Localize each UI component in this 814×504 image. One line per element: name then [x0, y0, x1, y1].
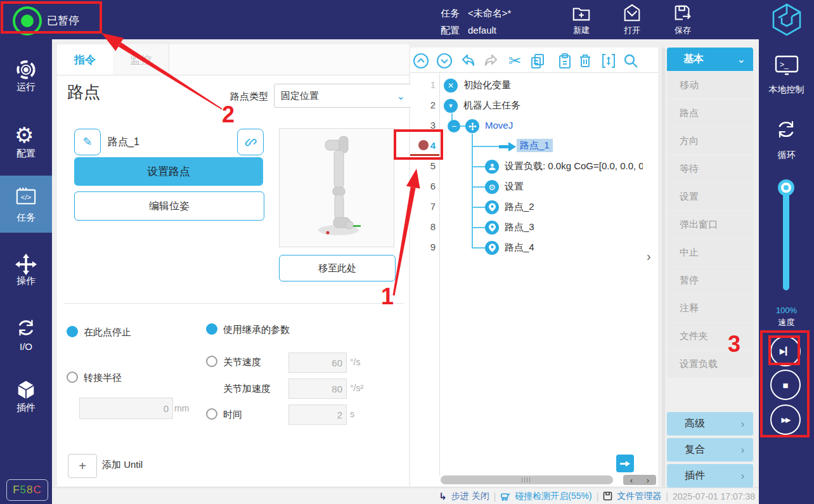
open-task-button[interactable]: 打开	[618, 3, 646, 36]
tree-node-waypoint-2[interactable]: 路点_2	[505, 201, 534, 213]
tree-node-waypoint-1[interactable]: 路点_1	[517, 139, 553, 152]
time-radio[interactable]	[206, 408, 217, 420]
new-task-button[interactable]: 新建	[567, 3, 595, 36]
joint-speed-radio[interactable]	[206, 356, 217, 367]
fast-forward-button[interactable]: ▶▶	[770, 404, 801, 435]
chevron-right-icon: ›	[741, 470, 744, 482]
delete-button[interactable]	[576, 51, 595, 70]
run-icon[interactable]	[15, 59, 37, 81]
sidebar-item-io[interactable]: I/O	[0, 341, 52, 352]
palette-item-abort[interactable]: 中止	[667, 239, 753, 266]
scroll-right-icon[interactable]: ›	[647, 475, 649, 485]
rename-waypoint-button[interactable]: ✎	[74, 129, 101, 155]
move-here-button[interactable]: 移至此处	[279, 255, 396, 281]
speed-slider-track[interactable]	[783, 185, 789, 290]
file-manager-link[interactable]: 文件管理器	[617, 491, 661, 502]
stop-here-radio[interactable]	[67, 326, 78, 337]
palette-item-popup[interactable]: 弹出窗口	[667, 211, 753, 238]
set-waypoint-button[interactable]: 设置路点	[74, 157, 263, 186]
breakpoint-dot[interactable]	[418, 140, 429, 150]
palette-item-comment[interactable]: 注释	[667, 295, 753, 322]
joint-accel-unit: °/s²	[350, 383, 363, 393]
tab-instruction[interactable]: 指令	[57, 44, 113, 75]
speed-percent: 100%	[759, 306, 814, 315]
scrollbar-arrows[interactable]: ‹ ›	[623, 475, 656, 485]
tree-node-init-variables[interactable]: 初始化变量	[463, 79, 511, 91]
plus-icon: +	[79, 459, 86, 474]
redo-button[interactable]	[482, 51, 501, 70]
sidebar-item-run[interactable]: 运行	[0, 81, 52, 93]
inherited-params-radio[interactable]	[206, 323, 217, 335]
save-task-button[interactable]: 保存	[669, 3, 697, 36]
scroll-left-icon[interactable]: ‹	[630, 475, 633, 485]
sidebar-item-task[interactable]: 任务	[0, 212, 52, 224]
palette-category-select[interactable]: 基本 ⌄	[667, 48, 753, 71]
undo-button[interactable]	[458, 51, 477, 70]
collapse-node-icon[interactable]: −	[448, 120, 460, 132]
link-waypoint-button[interactable]	[237, 129, 264, 155]
tree-node-set[interactable]: 设置	[505, 181, 524, 193]
blend-radius-radio[interactable]	[67, 372, 78, 383]
cut-button[interactable]: ✂	[505, 51, 524, 70]
joint-accel-input[interactable]: 80	[288, 378, 347, 399]
edit-pose-button[interactable]: 编辑位姿	[74, 191, 264, 221]
panel-expand-chevron[interactable]: ›	[647, 249, 651, 264]
stop-button[interactable]: ■	[770, 370, 801, 400]
move-up-button[interactable]	[411, 51, 430, 70]
sidebar-item-plugin[interactable]: 插件	[0, 402, 52, 414]
robot-arm-image	[280, 129, 394, 247]
sidebar-item-operate[interactable]: 操作	[0, 275, 52, 287]
tree-node-main-task[interactable]: 机器人主任务	[463, 100, 520, 112]
init-variables-icon: ✕	[444, 79, 458, 93]
tree-node-set-payload[interactable]: 设置负载: 0.0kg CoG=[0.0, 0.0, 0	[505, 160, 643, 172]
palette-item-move[interactable]: 移动	[667, 72, 753, 99]
copy-button[interactable]	[528, 51, 547, 70]
io-swap-icon[interactable]	[15, 317, 37, 339]
tree-node-waypoint-4[interactable]: 路点_4	[505, 242, 534, 254]
config-gear-icon[interactable]: ⚙	[15, 124, 34, 146]
tree-connector	[473, 146, 499, 147]
horizontal-scrollbar[interactable]	[441, 475, 613, 484]
palette-item-direction[interactable]: 方向	[667, 127, 753, 155]
palette-group-plugin[interactable]: 插件›	[667, 464, 753, 488]
loop-icon[interactable]	[775, 118, 798, 141]
palette-item-wait[interactable]: 等待	[667, 155, 753, 183]
palette-item-set[interactable]: 设置	[667, 183, 753, 210]
palette-item-set-payload[interactable]: 设置负载	[667, 351, 753, 378]
search-button[interactable]	[621, 51, 640, 70]
tree-node-movej[interactable]: MoveJ	[485, 120, 513, 131]
main-task-icon: ▼	[444, 99, 458, 113]
tab-monitor[interactable]: 监控	[113, 44, 169, 75]
palette-group-composite[interactable]: 复合›	[667, 438, 753, 462]
waypoint-type-select[interactable]: 固定位置 ⌄	[274, 84, 412, 108]
plugin-cube-icon[interactable]	[15, 379, 37, 401]
sidebar-item-config[interactable]: 配置	[0, 148, 52, 160]
run-state-label: 已暂停	[47, 13, 79, 28]
time-input[interactable]: 2	[288, 404, 347, 425]
local-control-icon[interactable]: >_	[774, 55, 799, 77]
line-number: 9	[410, 242, 436, 252]
step-next-button[interactable]: ▶▎	[770, 336, 801, 366]
blend-radius-input[interactable]: 0	[79, 397, 173, 419]
add-until-button[interactable]: +	[68, 454, 97, 478]
tree-node-waypoint-3[interactable]: 路点_3	[505, 221, 534, 233]
palette-item-waypoint[interactable]: 路点	[667, 100, 753, 127]
joint-speed-input[interactable]: 60	[288, 352, 347, 373]
suppress-button[interactable]	[599, 51, 618, 70]
open-file-icon	[622, 3, 642, 23]
palette-scrollbar[interactable]	[662, 48, 665, 487]
jog-move-icon[interactable]	[15, 254, 37, 275]
palette-item-folder[interactable]: 文件夹	[667, 323, 753, 350]
palette-item-pause[interactable]: 暂停	[667, 267, 753, 294]
step-mode-status[interactable]: 步进 关闭	[451, 491, 489, 502]
speed-slider-handle[interactable]	[778, 179, 794, 196]
move-down-button[interactable]	[435, 51, 454, 70]
set-payload-icon	[485, 160, 499, 174]
task-code-window-icon[interactable]: </>	[15, 186, 37, 207]
palette-group-advanced[interactable]: 高级›	[667, 412, 753, 436]
indent-right-button[interactable]	[616, 455, 634, 472]
gutter-divider	[439, 73, 440, 475]
collision-status[interactable]: 碰撞检测开启(55%)	[515, 491, 591, 502]
line-number: 8	[410, 221, 436, 232]
paste-button[interactable]	[555, 51, 574, 70]
